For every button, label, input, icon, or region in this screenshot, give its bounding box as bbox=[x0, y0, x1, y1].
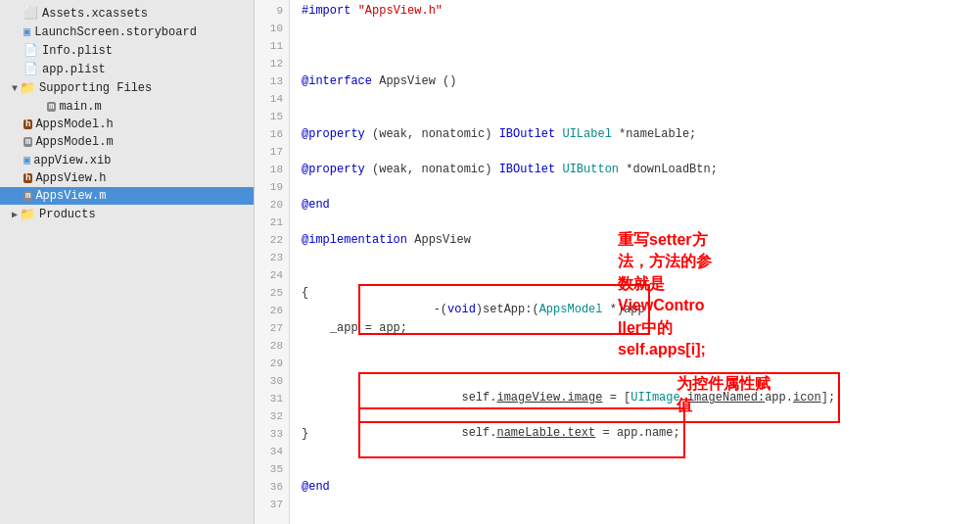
m-icon-main: m bbox=[47, 102, 56, 112]
code-line-10 bbox=[302, 20, 980, 37]
ln-19: 19 bbox=[255, 178, 283, 196]
triangle-closed-icon: ▶ bbox=[12, 209, 18, 220]
sidebar-item-appmodelh[interactable]: h AppsModel.h bbox=[0, 116, 254, 133]
code-line-28 bbox=[302, 337, 980, 355]
m-icon-appsviewm: m bbox=[23, 191, 32, 201]
code-line-19 bbox=[302, 178, 980, 196]
storyboard-icon: ▣ bbox=[23, 24, 30, 39]
ln-15: 15 bbox=[255, 108, 283, 125]
ln-32: 32 bbox=[255, 407, 283, 425]
sidebar-item-appviewm[interactable]: m AppsView.m bbox=[0, 187, 254, 205]
code-content: #import "AppsView.h" @interface AppsView… bbox=[290, 0, 980, 524]
ln-26: 26 bbox=[255, 302, 283, 319]
ln-16: 16 bbox=[255, 125, 283, 143]
ln-34: 34 bbox=[255, 443, 283, 460]
ln-23: 23 bbox=[255, 249, 283, 266]
code-line-15 bbox=[302, 108, 980, 125]
code-line-17 bbox=[302, 143, 980, 161]
sidebar-item-appplist[interactable]: 📄 app.plist bbox=[0, 60, 254, 78]
code-line-14 bbox=[302, 90, 980, 108]
h-icon-appsmodelh: h bbox=[23, 119, 32, 129]
sidebar-item-mainm[interactable]: m main.m bbox=[0, 98, 254, 116]
ln-27: 27 bbox=[255, 319, 283, 337]
appplist-icon: 📄 bbox=[23, 62, 38, 76]
ln-14: 14 bbox=[255, 90, 283, 108]
code-line-9: #import "AppsView.h" bbox=[302, 2, 980, 20]
folder-icon: 📁 bbox=[20, 80, 35, 96]
sidebar-item-appviewh[interactable]: h AppsView.h bbox=[0, 169, 254, 187]
xcassets-icon: ⬜ bbox=[23, 6, 38, 21]
sidebar-item-supportingfiles[interactable]: ▼ 📁 Supporting Files bbox=[0, 78, 254, 98]
ln-11: 11 bbox=[255, 37, 283, 55]
code-line-12 bbox=[302, 55, 980, 72]
code-line-22: @implementation AppsView bbox=[302, 231, 980, 249]
ln-12: 12 bbox=[255, 55, 283, 72]
code-editor: 9 10 11 12 13 14 15 16 17 18 19 20 21 22… bbox=[255, 0, 980, 524]
h-icon-appsviewh: h bbox=[23, 173, 32, 183]
plist-icon: 📄 bbox=[23, 43, 38, 58]
code-line-23 bbox=[302, 249, 980, 266]
ln-17: 17 bbox=[255, 143, 283, 161]
sidebar-item-products[interactable]: ▶ 📁 Products bbox=[0, 205, 254, 224]
code-line-13: @interface AppsView () bbox=[302, 72, 980, 90]
products-folder-icon: 📁 bbox=[20, 207, 35, 222]
sidebar: ⬜ Assets.xcassets ▣ LaunchScreen.storybo… bbox=[0, 0, 255, 524]
triangle-open-icon: ▼ bbox=[12, 83, 18, 94]
ln-22: 22 bbox=[255, 231, 283, 249]
ln-35: 35 bbox=[255, 460, 283, 478]
code-line-36: @end bbox=[302, 478, 980, 496]
ln-29: 29 bbox=[255, 355, 283, 372]
line-numbers: 9 10 11 12 13 14 15 16 17 18 19 20 21 22… bbox=[255, 0, 290, 524]
ln-20: 20 bbox=[255, 196, 283, 214]
ln-28: 28 bbox=[255, 337, 283, 355]
sidebar-item-appviewxib[interactable]: ▣ appView.xib bbox=[0, 151, 254, 169]
ln-13: 13 bbox=[255, 72, 283, 90]
ln-18: 18 bbox=[255, 161, 283, 178]
xib-icon: ▣ bbox=[23, 153, 30, 167]
code-line-11 bbox=[302, 37, 980, 55]
ln-21: 21 bbox=[255, 214, 283, 231]
sidebar-item-assets[interactable]: ⬜ Assets.xcassets bbox=[0, 4, 254, 23]
code-line-24: -(void)setApp:(AppsModel *)app bbox=[302, 266, 980, 284]
ln-10: 10 bbox=[255, 20, 283, 37]
code-line-16: @property (weak, nonatomic) IBOutlet UIL… bbox=[302, 125, 980, 143]
ln-33: 33 bbox=[255, 425, 283, 443]
code-line-18: @property (weak, nonatomic) IBOutlet UIB… bbox=[302, 161, 980, 178]
ln-31: 31 bbox=[255, 390, 283, 407]
ln-30: 30 bbox=[255, 372, 283, 390]
ln-37: 37 bbox=[255, 496, 283, 513]
ln-25: 25 bbox=[255, 284, 283, 302]
code-line-20: @end bbox=[302, 196, 980, 214]
ln-9: 9 bbox=[255, 2, 283, 20]
code-line-21 bbox=[302, 214, 980, 231]
ln-24: 24 bbox=[255, 266, 283, 284]
sidebar-item-launchscreen[interactable]: ▣ LaunchScreen.storyboard bbox=[0, 23, 254, 41]
code-line-29: self.imageView.image = [UIImage imageNam… bbox=[302, 355, 980, 372]
code-line-35 bbox=[302, 460, 980, 478]
code-line-37 bbox=[302, 496, 980, 513]
sidebar-item-infoplist[interactable]: 📄 Info.plist bbox=[0, 41, 254, 60]
ln-36: 36 bbox=[255, 478, 283, 496]
m-icon-appsmodelm: m bbox=[23, 137, 32, 147]
sidebar-item-appmodelm[interactable]: m AppsModel.m bbox=[0, 133, 254, 151]
